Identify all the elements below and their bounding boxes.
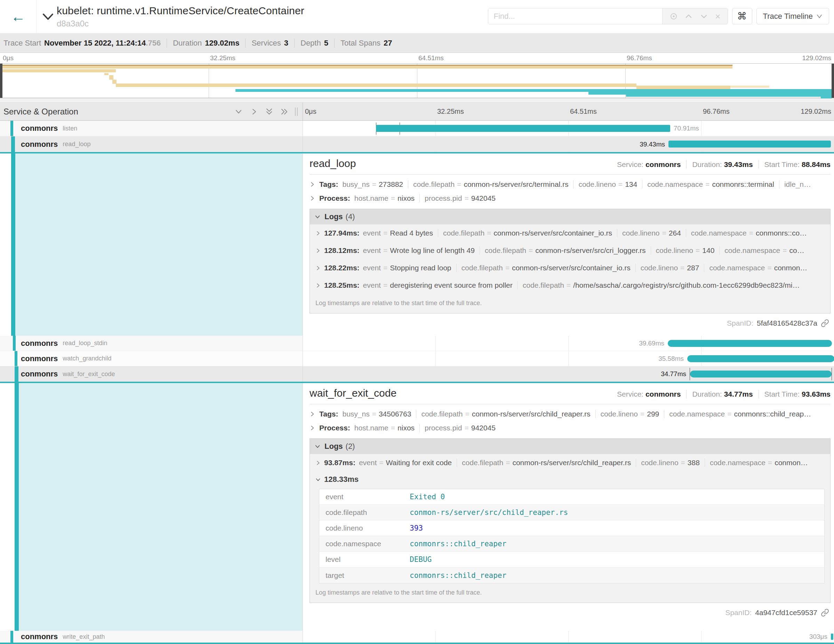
chevron-right-icon <box>315 265 321 271</box>
timeline-tick-label: 0μs <box>305 107 317 115</box>
span-bar-cell[interactable]: 39.43ms <box>303 136 834 152</box>
chevron-down-icon <box>315 214 320 220</box>
summary-item: Total Spans 27 <box>334 39 392 48</box>
span-service: conmonrs <box>21 124 58 133</box>
gridline <box>435 631 436 642</box>
clear-search-icon[interactable]: × <box>715 12 720 21</box>
minimap-right-scrub-handle[interactable] <box>832 64 834 98</box>
span-row-read-loop[interactable]: conmonrs read_loop 39.43ms <box>0 136 834 154</box>
span-bar[interactable] <box>668 340 832 347</box>
span-bar[interactable] <box>668 141 831 147</box>
chevron-up-icon[interactable] <box>684 12 693 21</box>
back-arrow-icon: ← <box>11 10 25 24</box>
span-name-cell[interactable]: conmonrs read_loop <box>0 136 303 152</box>
span-row-wait-for-exit-code[interactable]: conmonrs wait_for_exit_code 34.77ms <box>0 366 834 383</box>
span-bar-cell[interactable]: 70.91ms <box>303 121 834 136</box>
minimap-gridline <box>208 64 209 98</box>
span-name-cell[interactable]: conmonrs watch_grandchild <box>0 351 303 366</box>
log-field-pair: code.filepath=conmon-rs/server/src/conta… <box>438 229 612 237</box>
span-bar-cell[interactable]: 39.69ms <box>303 336 834 351</box>
log-field-pair: code.namespace=co… <box>719 246 804 255</box>
minimap-gridline <box>417 64 417 98</box>
span-bar[interactable] <box>376 125 670 132</box>
ruler-tick-label: 129.02ms <box>802 54 831 62</box>
collapse-one-icon[interactable] <box>234 107 243 116</box>
expanded-log-header[interactable]: 128.33ms <box>315 475 830 484</box>
view-selector-button[interactable]: Trace Timeline <box>756 8 829 24</box>
minimap-left-scrub-handle[interactable] <box>0 64 2 98</box>
span-row-write-exit-path[interactable]: conmonrs write_exit_path 303μs <box>0 631 834 644</box>
link-icon[interactable] <box>821 608 829 617</box>
detail-highlight-column <box>19 383 302 631</box>
span-name-cell[interactable]: conmonrs write_exit_path <box>0 631 303 642</box>
logs-header[interactable]: Logs (4) <box>310 209 830 225</box>
log-timestamp: 128.22ms: <box>324 264 360 272</box>
log-field-pair: code.filepath=conmon-rs/server/src/conta… <box>456 264 630 272</box>
field-value: conmonrs::child_reaper <box>410 540 506 548</box>
service-label: Service: <box>617 390 643 398</box>
span-operation: read_loop_stdin <box>63 340 107 347</box>
span-color-strip <box>15 351 18 366</box>
process-pair: process.pid=942045 <box>419 424 496 432</box>
log-entry[interactable]: 128.12ms: event=Wrote log line of length… <box>310 242 830 259</box>
span-bar-cell[interactable]: 303μs <box>303 631 834 642</box>
target-icon[interactable] <box>669 12 678 21</box>
collapse-all-icon[interactable] <box>265 107 273 116</box>
log-field-row: code.filepath conmon-rs/server/src/child… <box>319 505 824 521</box>
service-value: conmonrs <box>645 160 681 168</box>
process-row[interactable]: Process: host.name=nixosprocess.pid=9420… <box>310 194 831 202</box>
span-bar[interactable] <box>831 634 833 640</box>
minimap-span-bar <box>104 73 108 75</box>
summary-label: Duration <box>173 39 202 48</box>
back-button[interactable]: ← <box>0 0 37 33</box>
logs-title: Logs <box>325 212 343 221</box>
span-row-watch-grandchild[interactable]: conmonrs watch_grandchild 35.58ms <box>0 351 834 366</box>
span-bar[interactable] <box>690 371 832 377</box>
span-name-cell[interactable]: conmonrs listen <box>0 121 303 136</box>
start-time-value: 93.63ms <box>802 390 831 398</box>
span-operation: watch_grandchild <box>63 355 111 362</box>
log-field-pair: event=Wrote log line of length 49 <box>363 246 475 255</box>
summary-label: Depth <box>301 39 321 48</box>
log-entry[interactable]: 128.22ms: event=Stopping read loopcode.f… <box>310 259 830 277</box>
span-row-listen[interactable]: conmonrs listen 70.91ms <box>0 121 834 136</box>
field-key: code.lineno <box>319 524 410 532</box>
log-entry[interactable]: 127.94ms: event=Read 4 bytescode.filepat… <box>310 225 830 242</box>
logs-header[interactable]: Logs (2) <box>310 439 830 454</box>
collapse-title-button[interactable] <box>41 0 55 33</box>
start-time-value: 88.84ms <box>802 160 831 168</box>
summary-value: 129.02ms <box>205 39 239 48</box>
column-resize-handle[interactable] <box>295 107 298 116</box>
top-bar: ← kubelet: runtime.v1.RuntimeService/Cre… <box>0 0 834 33</box>
process-label: Process: <box>319 424 350 432</box>
expand-one-icon[interactable] <box>250 107 258 116</box>
find-input[interactable] <box>488 8 662 24</box>
log-field-pair: code.namespace=conmon… <box>704 264 807 272</box>
span-name-cell[interactable]: conmonrs read_loop_stdin <box>0 336 303 351</box>
process-row[interactable]: Process: host.name=nixosprocess.pid=9420… <box>310 424 831 432</box>
expand-all-icon[interactable] <box>280 107 289 116</box>
duration-label: Duration: <box>692 160 722 168</box>
span-color-strip <box>11 136 15 152</box>
keyboard-shortcuts-button[interactable]: ⌘ <box>732 8 752 24</box>
tags-row[interactable]: Tags: busy_ns=273882code.filepath=conmon… <box>310 180 831 189</box>
log-field-pair: code.lineno=388 <box>636 459 700 467</box>
span-bar[interactable] <box>687 355 834 362</box>
log-entry[interactable]: 128.25ms: event=deregistering event sour… <box>310 277 830 294</box>
chevron-down-icon[interactable] <box>700 12 708 21</box>
ruler-tick-label: 96.76ms <box>627 54 652 62</box>
summary-label: Services <box>251 39 281 48</box>
tags-label: Tags: <box>319 410 338 418</box>
link-icon[interactable] <box>821 319 829 327</box>
chevron-down-icon <box>315 477 321 482</box>
timeline-minimap[interactable] <box>0 63 834 98</box>
span-bar-cell[interactable]: 35.58ms <box>303 351 834 366</box>
log-entry[interactable]: 93.87ms: event=Waiting for exit codecode… <box>310 454 830 471</box>
span-row-read-loop-stdin[interactable]: conmonrs read_loop_stdin 39.69ms <box>0 336 834 351</box>
span-id-row: SpanID: 4a947cfd1ce59537 <box>310 608 831 617</box>
timeline-tick-label: 32.25ms <box>437 107 464 115</box>
span-name-cell[interactable]: conmonrs wait_for_exit_code <box>0 366 303 382</box>
tags-row[interactable]: Tags: busy_ns=34506763code.filepath=conm… <box>310 410 831 418</box>
summary-label: Trace Start <box>3 39 41 48</box>
span-bar-cell[interactable]: 34.77ms <box>303 366 834 382</box>
